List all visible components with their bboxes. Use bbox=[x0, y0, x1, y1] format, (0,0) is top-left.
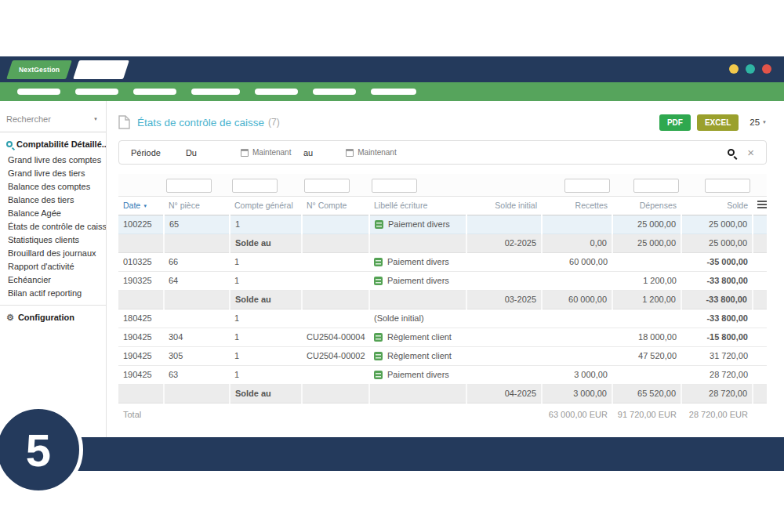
subtotal-row[interactable]: Solde au03-202560 000,001 200,00-33 800,… bbox=[118, 290, 767, 309]
footer-bar bbox=[0, 437, 784, 471]
entry-row[interactable]: 010325661Paiement divers60 000,00-35 000… bbox=[118, 252, 767, 271]
calendar-icon bbox=[241, 149, 249, 157]
brand-name: NextGestion bbox=[19, 66, 60, 74]
nav-menu-pill[interactable] bbox=[371, 89, 416, 95]
page-header: États de contrôle de caisse (7) PDF EXCE… bbox=[118, 111, 767, 133]
top-header-bar: NextGestion bbox=[0, 56, 784, 82]
clear-filter-icon[interactable]: × bbox=[747, 147, 754, 158]
entry-row[interactable]: 1804251(Solde initial)-33 800,00 bbox=[118, 309, 767, 328]
entry-row[interactable]: 190325641Paiement divers1 200,00-33 800,… bbox=[118, 271, 767, 290]
entry-tag-icon bbox=[374, 258, 383, 266]
content-area: Rechercher ▼ Comptabilité Détaillé... Gr… bbox=[0, 101, 784, 437]
subtotal-row[interactable]: Solde au04-20253 000,0065 520,0028 720,0… bbox=[118, 384, 767, 403]
entry-row[interactable]: 190425631Paiement divers3 000,0028 720,0… bbox=[118, 365, 767, 384]
sidebar-item[interactable]: Statistiques clients bbox=[0, 233, 106, 246]
window-dot-teal[interactable] bbox=[746, 64, 755, 74]
column-header[interactable]: Dépenses bbox=[612, 196, 681, 215]
cash-control-table: Date▼N° pièceCompte généralN° CompteLibe… bbox=[118, 174, 767, 425]
page-title: États de contrôle de caisse bbox=[137, 117, 264, 128]
sidebar-section-accounting-label: Comptabilité Détaillé... bbox=[16, 139, 106, 149]
column-filter-input[interactable] bbox=[564, 179, 610, 193]
sidebar-item[interactable]: Echéancier bbox=[0, 273, 106, 286]
page-number: 5 bbox=[26, 424, 51, 476]
sort-desc-icon: ▼ bbox=[143, 204, 147, 208]
app-window: NextGestion Rechercher ▼ Comptabilité Dé… bbox=[0, 0, 784, 532]
main-content: États de contrôle de caisse (7) PDF EXCE… bbox=[107, 101, 784, 437]
date-from-input[interactable]: Maintenant bbox=[241, 148, 296, 157]
sidebar: Rechercher ▼ Comptabilité Détaillé... Gr… bbox=[0, 101, 107, 437]
nav-menu-pill[interactable] bbox=[133, 89, 176, 95]
column-header[interactable]: Libellé écriture bbox=[369, 196, 466, 215]
column-filter-input[interactable] bbox=[633, 179, 679, 193]
entry-tag-icon bbox=[374, 277, 383, 285]
brand-tab-shape bbox=[73, 60, 129, 79]
gear-icon: ⚙ bbox=[6, 313, 14, 321]
total-recettes: 63 000,00 EUR bbox=[542, 403, 612, 425]
column-filter-input[interactable] bbox=[705, 179, 750, 193]
entry-row[interactable]: 1904253051CU2504-00002Règlement client47… bbox=[118, 346, 767, 365]
column-header-row: Date▼N° pièceCompte généralN° CompteLibe… bbox=[118, 196, 767, 215]
entry-tag-icon bbox=[374, 352, 383, 360]
window-controls bbox=[729, 64, 771, 74]
sidebar-item[interactable]: Rapport d'activité bbox=[0, 259, 106, 273]
window-dot-yellow[interactable] bbox=[729, 64, 739, 74]
period-label: Période bbox=[131, 148, 161, 157]
sidebar-search-select[interactable]: Rechercher ▼ bbox=[0, 111, 106, 132]
sidebar-item[interactable]: Grand livre des comptes bbox=[0, 153, 106, 166]
sidebar-item[interactable]: Brouillard des journaux bbox=[0, 246, 106, 259]
nav-menu-pill[interactable] bbox=[191, 89, 240, 95]
column-filter-input[interactable] bbox=[166, 179, 212, 193]
entry-row[interactable]: 100225651Paiement divers25 000,0025 000,… bbox=[118, 215, 767, 233]
column-header[interactable]: N° pièce bbox=[164, 196, 230, 215]
window-dot-red[interactable] bbox=[762, 64, 771, 74]
page-size-select[interactable]: 25 ▼ bbox=[750, 118, 767, 127]
from-label: Du bbox=[186, 148, 197, 157]
chevron-down-icon: ▼ bbox=[762, 120, 767, 125]
pdf-export-button[interactable]: PDF bbox=[659, 114, 691, 131]
sidebar-search-placeholder: Rechercher bbox=[6, 114, 51, 124]
brand-logo[interactable]: NextGestion bbox=[6, 60, 72, 79]
subtotal-row[interactable]: Solde au02-20250,0025 000,0025 000,00 bbox=[118, 233, 767, 252]
nav-menu-pill[interactable] bbox=[17, 89, 60, 95]
sidebar-item[interactable]: Balance des comptes bbox=[0, 179, 106, 193]
entry-tag-icon bbox=[375, 220, 383, 229]
excel-export-button[interactable]: EXCEL bbox=[697, 114, 739, 131]
sidebar-item[interactable]: Balance des tiers bbox=[0, 193, 106, 206]
sidebar-item[interactable]: États de contrôle de caisse bbox=[0, 219, 106, 233]
sidebar-item[interactable]: Bilan actif reporting bbox=[0, 286, 106, 299]
sidebar-section-configuration-label: Configuration bbox=[18, 313, 74, 322]
sidebar-item[interactable]: Grand livre des tiers bbox=[0, 166, 106, 179]
nav-menu-pill[interactable] bbox=[255, 89, 298, 95]
main-nav-bar bbox=[0, 82, 784, 101]
list-view-icon[interactable] bbox=[757, 201, 767, 208]
column-filter-input[interactable] bbox=[232, 179, 278, 193]
column-header[interactable]: Recettes bbox=[542, 196, 612, 215]
column-filter-input[interactable] bbox=[372, 179, 417, 193]
column-header[interactable]: Date▼ bbox=[118, 196, 164, 215]
period-filter-bar: Période Du Maintenant au Maintenant × bbox=[118, 140, 767, 165]
total-solde: 28 720,00 EUR bbox=[681, 403, 753, 425]
nav-menu-pill[interactable] bbox=[313, 89, 356, 95]
sidebar-section-configuration[interactable]: ⚙ Configuration bbox=[0, 305, 106, 326]
page-size-value: 25 bbox=[750, 118, 760, 127]
column-header[interactable]: Solde bbox=[681, 196, 753, 215]
search-icon[interactable] bbox=[728, 149, 735, 156]
sidebar-item[interactable]: Balance Agée bbox=[0, 206, 106, 219]
sidebar-menu: Grand livre des comptesGrand livre des t… bbox=[0, 153, 106, 299]
chevron-down-icon: ▼ bbox=[93, 117, 98, 121]
column-filter-row bbox=[118, 174, 767, 196]
entry-tag-icon bbox=[374, 333, 383, 342]
column-header[interactable]: Solde initial bbox=[466, 196, 542, 215]
nav-menu-pill[interactable] bbox=[75, 89, 118, 95]
column-header[interactable]: N° Compte bbox=[302, 196, 369, 215]
date-to-input[interactable]: Maintenant bbox=[346, 148, 401, 157]
column-filter-input[interactable] bbox=[304, 179, 350, 193]
sidebar-section-accounting[interactable]: Comptabilité Détaillé... bbox=[0, 132, 106, 153]
column-header[interactable]: Compte général bbox=[230, 196, 302, 215]
magnifier-icon bbox=[6, 141, 13, 147]
total-row: Total 63 000,00 EUR 91 720,00 EUR 28 720… bbox=[118, 403, 767, 425]
to-label: au bbox=[303, 148, 313, 157]
brand-logo-group: NextGestion bbox=[9, 60, 126, 79]
entry-tag-icon bbox=[374, 371, 383, 379]
entry-row[interactable]: 1904253041CU2504-00004Règlement client18… bbox=[118, 328, 767, 346]
